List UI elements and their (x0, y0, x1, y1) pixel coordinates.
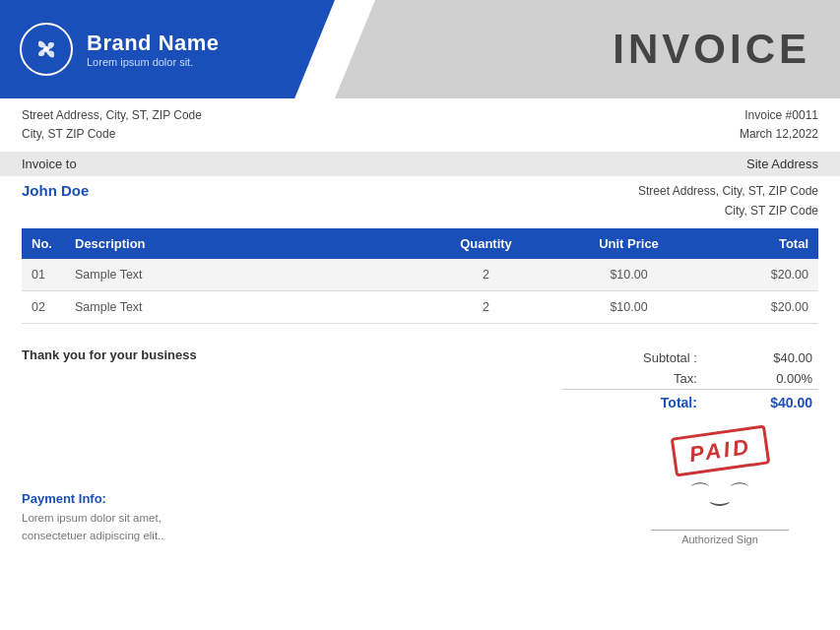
invoice-to-row: Invoice to Site Address (0, 152, 840, 176)
row-qty: 2 (415, 290, 557, 323)
site-city: City, ST ZIP Code (638, 202, 818, 220)
header-right: INVOICE (335, 0, 840, 98)
row-total: $20.00 (700, 290, 818, 323)
thank-you: Thank you for your business (22, 347, 197, 362)
table-row: 01 Sample Text 2 $10.00 $20.00 (22, 259, 818, 291)
col-description: Description (65, 228, 415, 259)
tax-value: 0.00% (703, 368, 818, 390)
site-address-detail: Street Address, City, ST, ZIP Code City,… (638, 182, 818, 220)
table-row: 02 Sample Text 2 $10.00 $20.00 (22, 290, 818, 323)
brand-tagline: Lorem ipsum dolor sit. (87, 56, 220, 68)
address-left: Street Address, City, ST, ZIP Code City,… (22, 106, 202, 144)
total-row: Total: $40.00 (562, 389, 818, 413)
totals-section: Subtotal : $40.00 Tax: 0.00% Total: $40.… (562, 347, 818, 413)
invoice-number: Invoice #0011 (740, 106, 818, 125)
invoice-title: INVOICE (613, 26, 810, 73)
signature-line (651, 530, 789, 531)
col-quantity: Quantity (415, 228, 557, 259)
invoice-to-label: Invoice to (22, 157, 77, 171)
address-row: Street Address, City, ST, ZIP Code City,… (0, 98, 840, 152)
total-value: $40.00 (703, 389, 818, 413)
payment-info-text: Lorem ipsum dolor sit amet,consectetuer … (22, 510, 163, 545)
tax-row: Tax: 0.00% (562, 368, 818, 390)
footer-left: Thank you for your business (22, 347, 197, 413)
subtotal-row: Subtotal : $40.00 (562, 347, 818, 368)
payment-info-title: Payment Info: (22, 491, 163, 506)
authorized-sign: Authorized Sign (681, 534, 758, 545)
row-unit-price: $10.00 (557, 259, 700, 291)
table-header-row: No. Description Quantity Unit Price Tota… (22, 228, 818, 259)
header-left-brand: Brand Name Lorem ipsum dolor sit. (0, 0, 335, 98)
payment-info: Payment Info: Lorem ipsum dolor sit amet… (22, 491, 163, 545)
paid-stamp: PAID (670, 424, 770, 476)
totals-table: Subtotal : $40.00 Tax: 0.00% Total: $40.… (562, 347, 818, 413)
col-no: No. (22, 228, 65, 259)
subtotal-label: Subtotal : (562, 347, 703, 368)
row-total: $20.00 (700, 259, 818, 291)
tax-label: Tax: (562, 368, 703, 390)
footer-area: Thank you for your business Subtotal : $… (0, 330, 840, 423)
payment-row: Payment Info: Lorem ipsum dolor sit amet… (0, 423, 840, 563)
brand-text: Brand Name Lorem ipsum dolor sit. (87, 31, 220, 68)
row-no: 01 (22, 259, 65, 291)
address-city: City, ST ZIP Code (22, 125, 202, 144)
row-qty: 2 (415, 259, 557, 291)
logo-icon (20, 23, 73, 76)
invoice-header: Brand Name Lorem ipsum dolor sit. INVOIC… (0, 0, 840, 98)
row-unit-price: $10.00 (557, 290, 700, 323)
site-street: Street Address, City, ST, ZIP Code (638, 182, 818, 201)
signature-area: PAID ⌒‿⌒ Authorized Sign (621, 431, 818, 545)
row-no: 02 (22, 290, 65, 323)
client-name: John Doe (22, 182, 89, 199)
col-total: Total (700, 228, 818, 259)
invoice-table: No. Description Quantity Unit Price Tota… (22, 228, 818, 324)
col-unit-price: Unit Price (557, 228, 700, 259)
total-label: Total: (562, 389, 703, 413)
row-desc: Sample Text (65, 259, 415, 291)
brand-name: Brand Name (87, 31, 220, 56)
client-row: John Doe Street Address, City, ST, ZIP C… (0, 176, 840, 227)
invoice-date: March 12,2022 (740, 125, 818, 144)
signature-scribble: ⌒‿⌒ (689, 478, 750, 508)
address-right: Invoice #0011 March 12,2022 (740, 106, 818, 144)
site-address-label: Site Address (746, 157, 818, 171)
subtotal-value: $40.00 (703, 347, 818, 368)
row-desc: Sample Text (65, 290, 415, 323)
address-street: Street Address, City, ST, ZIP Code (22, 106, 202, 125)
